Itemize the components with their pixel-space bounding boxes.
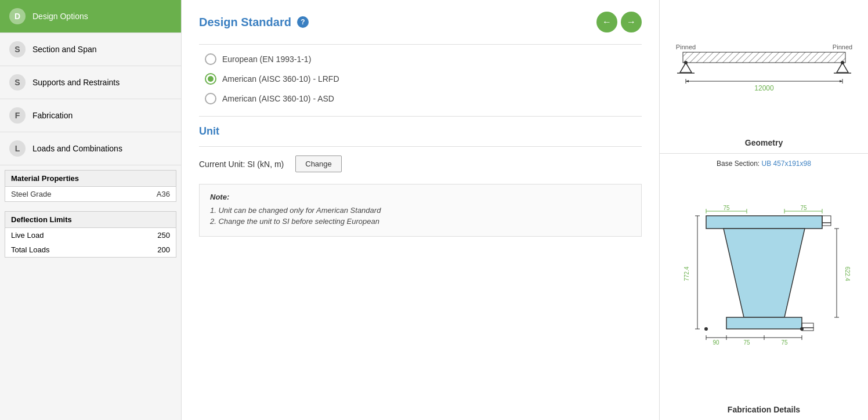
fabrication-diagram: 75 75 772.4 622.4 bbox=[666, 171, 862, 400]
radio-item-american-asd[interactable]: American (AISC 360-10) - ASD bbox=[205, 93, 642, 104]
svg-text:12000: 12000 bbox=[754, 84, 774, 92]
radio-label-american-lrfd: American (AISC 360-10) - LRFD bbox=[222, 74, 339, 84]
note-item-1: 2. Change the unit to SI before selectin… bbox=[210, 217, 631, 226]
nav-item-fabrication[interactable]: F Fabrication bbox=[0, 99, 181, 132]
svg-text:75: 75 bbox=[781, 339, 788, 346]
unit-row: Current Unit: SI (kN, m) Change bbox=[199, 155, 642, 172]
design-standard-radio-group: European (EN 1993-1-1) American (AISC 36… bbox=[199, 53, 642, 104]
deflection-prop-label: Live Load bbox=[11, 231, 44, 240]
svg-point-7 bbox=[841, 61, 844, 64]
radio-item-european[interactable]: European (EN 1993-1-1) bbox=[205, 53, 642, 65]
radio-circle-european bbox=[205, 53, 216, 65]
note-box: Note: 1. Unit can be changed only for Am… bbox=[199, 184, 642, 237]
divider-2 bbox=[199, 116, 642, 117]
svg-marker-11 bbox=[686, 80, 689, 82]
prop-value: A36 bbox=[157, 190, 170, 198]
main-header: Design Standard ? ← → bbox=[199, 12, 642, 32]
nav-item-supports-and-restraints[interactable]: S Supports and Restraints bbox=[0, 66, 181, 99]
fabrication-title: Fabrication Details bbox=[728, 405, 800, 414]
nav-label-design-options: Design Options bbox=[32, 12, 88, 21]
nav-label-loads-and-combinations: Loads and Combinations bbox=[32, 144, 122, 153]
deflection-row: Live Load 250 bbox=[5, 228, 176, 242]
radio-circle-american-lrfd bbox=[205, 73, 216, 85]
svg-rect-1 bbox=[683, 52, 845, 63]
fabrication-svg: 75 75 772.4 622.4 bbox=[671, 204, 857, 367]
divider-1 bbox=[199, 44, 642, 45]
geometry-diagram: 12000 Pinned Pinned bbox=[666, 6, 862, 133]
main-title: Design Standard bbox=[199, 16, 291, 29]
svg-text:75: 75 bbox=[723, 205, 730, 211]
radio-label-european: European (EN 1993-1-1) bbox=[222, 55, 311, 64]
change-unit-button[interactable]: Change bbox=[295, 155, 342, 172]
nav-label-section-and-span: Section and Span bbox=[32, 45, 97, 54]
svg-rect-19 bbox=[822, 216, 831, 223]
current-unit-label: Current Unit: SI (kN, m) bbox=[199, 160, 284, 169]
base-section-prefix: Base Section: bbox=[717, 160, 761, 168]
svg-text:75: 75 bbox=[743, 339, 750, 346]
radio-label-american-asd: American (AISC 360-10) - ASD bbox=[222, 94, 334, 103]
nav-letter-fabrication: F bbox=[9, 107, 26, 124]
geometry-title: Geometry bbox=[745, 138, 783, 147]
svg-rect-20 bbox=[822, 223, 831, 226]
material-rows: Steel Grade A36 bbox=[5, 187, 176, 201]
nav-label-fabrication: Fabrication bbox=[32, 111, 73, 120]
svg-marker-17 bbox=[724, 229, 805, 317]
svg-point-49 bbox=[704, 327, 708, 331]
deflection-rows: Live Load 250 Total Loads 200 bbox=[5, 228, 176, 257]
material-properties-section: Material Properties Steel Grade A36 bbox=[5, 170, 176, 202]
deflection-prop-value: 250 bbox=[157, 231, 170, 240]
deflection-limits-section: Deflection Limits Live Load 250 Total Lo… bbox=[5, 211, 176, 258]
deflection-limits-header: Deflection Limits bbox=[5, 212, 176, 228]
note-item-0: 1. Unit can be changed only for American… bbox=[210, 206, 631, 215]
geometry-svg: 12000 Pinned Pinned bbox=[671, 35, 857, 104]
sidebar: D Design Options S Section and Span S Su… bbox=[0, 0, 182, 420]
help-icon[interactable]: ? bbox=[297, 16, 309, 28]
unit-section-title: Unit bbox=[199, 125, 642, 137]
main-title-row: Design Standard ? bbox=[199, 16, 309, 29]
svg-text:90: 90 bbox=[713, 339, 719, 346]
svg-text:772.4: 772.4 bbox=[683, 267, 690, 281]
svg-rect-22 bbox=[802, 328, 813, 331]
deflection-row: Total Loads 200 bbox=[5, 242, 176, 257]
svg-rect-18 bbox=[726, 317, 802, 329]
nav-arrows: ← → bbox=[596, 12, 642, 32]
svg-rect-16 bbox=[706, 216, 822, 229]
nav-items: D Design Options S Section and Span S Su… bbox=[0, 0, 181, 165]
deflection-prop-value: 200 bbox=[157, 245, 170, 254]
svg-text:Pinned: Pinned bbox=[832, 44, 852, 50]
svg-marker-12 bbox=[840, 80, 842, 82]
nav-item-loads-and-combinations[interactable]: L Loads and Combinations bbox=[0, 132, 181, 165]
prop-label: Steel Grade bbox=[11, 190, 51, 198]
nav-letter-design-options: D bbox=[9, 8, 26, 24]
svg-rect-21 bbox=[802, 323, 813, 328]
right-panel: 12000 Pinned Pinned Geometry Base Sectio… bbox=[659, 0, 868, 420]
svg-text:75: 75 bbox=[800, 205, 807, 211]
nav-letter-section-and-span: S bbox=[9, 41, 26, 57]
nav-letter-loads-and-combinations: L bbox=[9, 140, 26, 157]
next-arrow-button[interactable]: → bbox=[621, 12, 642, 32]
radio-circle-american-asd bbox=[205, 93, 216, 104]
nav-item-section-and-span[interactable]: S Section and Span bbox=[0, 33, 181, 66]
base-section-link[interactable]: UB 457x191x98 bbox=[761, 160, 811, 168]
material-row: Steel Grade A36 bbox=[5, 187, 176, 201]
material-properties-header: Material Properties bbox=[5, 171, 176, 187]
svg-text:Pinned: Pinned bbox=[675, 44, 695, 50]
base-section-label: Base Section: UB 457x191x98 bbox=[717, 160, 811, 168]
note-items: 1. Unit can be changed only for American… bbox=[210, 206, 631, 226]
svg-text:622.4: 622.4 bbox=[844, 267, 851, 281]
nav-label-supports-and-restraints: Supports and Restraints bbox=[32, 78, 120, 87]
main-content: Design Standard ? ← → European (EN 1993-… bbox=[182, 0, 659, 420]
radio-item-american-lrfd[interactable]: American (AISC 360-10) - LRFD bbox=[205, 73, 642, 85]
note-title: Note: bbox=[210, 193, 631, 201]
svg-point-50 bbox=[800, 327, 804, 331]
nav-letter-supports-and-restraints: S bbox=[9, 74, 26, 90]
nav-item-design-options[interactable]: D Design Options bbox=[0, 0, 181, 33]
prev-arrow-button[interactable]: ← bbox=[596, 12, 617, 32]
geometry-panel: 12000 Pinned Pinned Geometry bbox=[660, 0, 868, 154]
deflection-prop-label: Total Loads bbox=[11, 245, 50, 254]
divider-3 bbox=[199, 146, 642, 147]
svg-point-6 bbox=[684, 61, 688, 64]
fabrication-panel: Base Section: UB 457x191x98 bbox=[660, 154, 868, 420]
